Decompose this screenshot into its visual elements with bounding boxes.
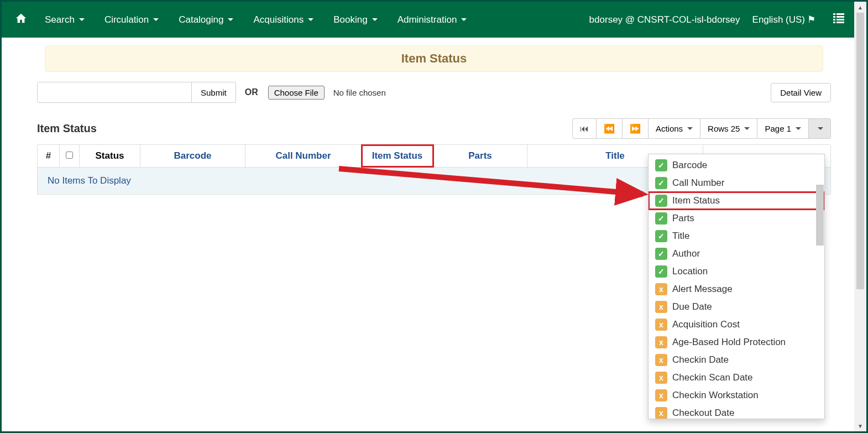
column-toggle-item[interactable]: xDue Date: [649, 298, 824, 316]
svg-rect-4: [833, 19, 835, 20]
first-icon: ⏮: [580, 124, 589, 134]
first-page-button[interactable]: ⏮: [572, 118, 597, 139]
caret-down-icon: [818, 127, 823, 130]
browser-scrollbar[interactable]: ▲ ▼: [854, 2, 866, 431]
nav-language-link[interactable]: English (US): [752, 14, 815, 25]
check-on-icon: ✓: [655, 195, 667, 207]
caret-down-icon: [79, 18, 85, 21]
column-toggle-item[interactable]: xCheckin Date: [649, 351, 824, 369]
check-off-icon: x: [655, 407, 667, 419]
scroll-thumb[interactable]: [856, 13, 864, 289]
check-off-icon: x: [655, 301, 667, 313]
col-status[interactable]: Status: [80, 145, 140, 167]
column-toggle-label: Author: [672, 248, 700, 259]
nav-search-label: Search: [45, 14, 75, 25]
rows-dropdown[interactable]: Rows 25: [700, 118, 757, 139]
detail-view-button[interactable]: Detail View: [771, 83, 831, 102]
caret-down-icon: [153, 18, 159, 21]
column-toggle-label: Call Number: [672, 178, 724, 189]
svg-rect-3: [836, 16, 844, 18]
column-toggle-label: Barcode: [672, 160, 707, 171]
nav-user-link[interactable]: bdorsey @ CNSRT-COL-isl-bdorsey: [589, 14, 740, 25]
next-icon: ⏩: [630, 123, 641, 134]
column-toggle-label: Alert Message: [672, 284, 733, 295]
page-dropdown[interactable]: Page 1: [757, 118, 809, 139]
caret-down-icon: [687, 127, 693, 130]
window: Search Circulation Cataloging Acquisitio…: [2, 2, 866, 431]
controls-row: Submit OR Choose File No file chosen Det…: [35, 82, 833, 103]
caret-down-icon: [796, 127, 801, 130]
prev-page-button[interactable]: ⏪: [597, 118, 623, 139]
col-barcode[interactable]: Barcode: [140, 145, 245, 167]
prev-icon: ⏪: [604, 123, 615, 134]
nav-administration[interactable]: Administration: [388, 14, 477, 25]
col-item-status[interactable]: Item Status: [362, 145, 433, 167]
nav-booking[interactable]: Booking: [323, 14, 387, 25]
actions-dropdown[interactable]: Actions: [649, 118, 700, 139]
column-toggle-item[interactable]: xAge-Based Hold Protection: [649, 333, 824, 351]
page-title: Item Status: [401, 51, 467, 65]
file-status-text: No file chosen: [333, 88, 386, 97]
column-toggle-label: Acquisition Cost: [672, 319, 740, 330]
column-toggle-label: Age-Based Hold Protection: [672, 337, 786, 348]
next-page-button[interactable]: ⏩: [623, 118, 649, 139]
col-select-all[interactable]: [60, 145, 80, 167]
barcode-input[interactable]: [37, 82, 192, 103]
nav-search[interactable]: Search: [35, 14, 95, 25]
submit-button[interactable]: Submit: [192, 82, 236, 103]
check-on-icon: ✓: [655, 230, 667, 242]
column-toggle-item[interactable]: xAlert Message: [649, 280, 824, 298]
column-toggle-item[interactable]: ✓Title: [649, 227, 824, 245]
check-off-icon: x: [655, 354, 667, 366]
column-toggle-label: Checkout Date: [672, 408, 734, 419]
column-toggle-label: Checkin Workstation: [672, 390, 759, 401]
check-off-icon: x: [655, 319, 667, 331]
col-parts[interactable]: Parts: [433, 145, 527, 167]
caret-down-icon: [744, 127, 750, 130]
column-toggle-item[interactable]: ✓Call Number: [649, 174, 824, 192]
scrollbar-thumb[interactable]: [816, 185, 824, 246]
page-title-banner: Item Status: [45, 45, 823, 72]
column-toggle-item[interactable]: xCheckin Scan Date: [649, 369, 824, 387]
caret-down-icon: [461, 18, 467, 21]
check-on-icon: ✓: [655, 248, 667, 260]
check-on-icon: ✓: [655, 159, 667, 171]
check-on-icon: ✓: [655, 265, 667, 278]
svg-rect-6: [833, 22, 835, 23]
nav-circulation[interactable]: Circulation: [95, 14, 169, 25]
check-off-icon: x: [655, 283, 667, 295]
check-off-icon: x: [655, 372, 667, 384]
select-all-checkbox[interactable]: [66, 152, 73, 159]
check-off-icon: x: [655, 336, 667, 348]
column-toggle-label: Location: [672, 266, 708, 277]
scroll-down-icon[interactable]: ▼: [854, 420, 866, 431]
column-toggle-item[interactable]: ✓Barcode: [649, 156, 824, 174]
scroll-up-icon[interactable]: ▲: [854, 2, 866, 13]
col-index[interactable]: #: [38, 145, 60, 167]
section-header-row: Item Status ⏮ ⏪ ⏩ Actions Rows 25 Page 1: [35, 118, 833, 139]
column-toggle-item[interactable]: ✓Location: [649, 263, 824, 280]
home-icon[interactable]: [7, 12, 35, 28]
section-title: Item Status: [37, 122, 97, 135]
nav-circulation-label: Circulation: [104, 14, 149, 25]
svg-rect-7: [836, 22, 844, 23]
nav-acquisitions[interactable]: Acquisitions: [243, 14, 323, 25]
columns-dropdown[interactable]: [809, 118, 831, 139]
grid-toolbar: ⏮ ⏪ ⏩ Actions Rows 25 Page 1: [572, 118, 831, 139]
check-on-icon: ✓: [655, 212, 667, 225]
or-label: OR: [245, 87, 258, 97]
column-toggle-item[interactable]: xCheckout Date: [649, 404, 824, 419]
column-toggle-item[interactable]: ✓Parts: [649, 210, 824, 227]
column-toggle-item[interactable]: ✓Author: [649, 245, 824, 263]
svg-rect-1: [836, 13, 844, 15]
column-toggle-item[interactable]: ✓Item Status: [649, 192, 824, 210]
column-toggle-item[interactable]: xAcquisition Cost: [649, 316, 824, 333]
nav-cataloging[interactable]: Cataloging: [169, 14, 243, 25]
col-call-number[interactable]: Call Number: [245, 145, 362, 167]
column-toggle-item[interactable]: xCheckin Workstation: [649, 387, 824, 404]
caret-down-icon: [228, 18, 233, 21]
column-toggle-label: Item Status: [672, 195, 720, 206]
menu-icon[interactable]: [828, 13, 850, 26]
columns-menu[interactable]: ✓Barcode✓Call Number✓Item Status✓Parts✓T…: [648, 154, 825, 419]
choose-file-button[interactable]: Choose File: [268, 86, 325, 100]
